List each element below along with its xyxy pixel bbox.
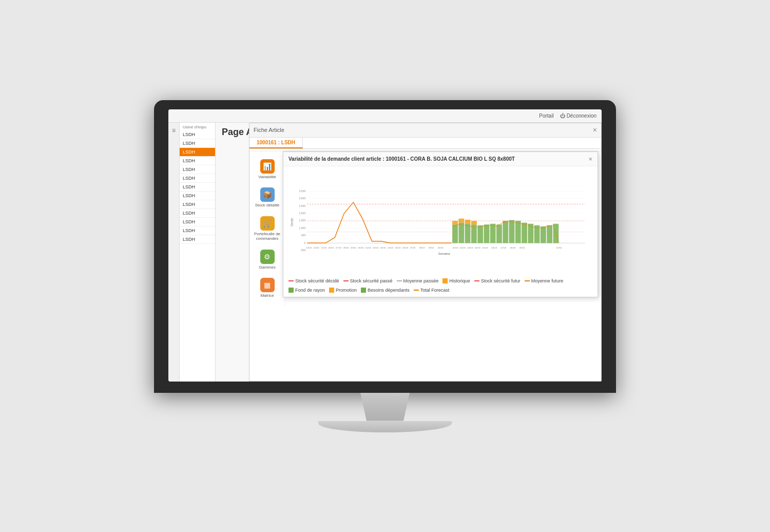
sidebar-section-title: Usine d'impo — [180, 123, 215, 130]
svg-rect-22 — [452, 224, 458, 243]
sidebar-item-6[interactable]: LSDH — [180, 183, 215, 192]
sidebar-item-0[interactable]: LSDH — [180, 130, 215, 139]
fiche-tab-main[interactable]: 1000161 : LSDH — [249, 138, 303, 148]
svg-text:29/18: 29/18 — [351, 246, 356, 249]
svg-text:Vente: Vente — [290, 218, 294, 226]
chart-svg: Vente — [288, 169, 592, 272]
svg-text:27/18: 27/18 — [336, 246, 341, 249]
legend-besoins-dependants: Besoins dépendants — [361, 288, 410, 293]
svg-text:28/18: 28/18 — [343, 246, 349, 249]
nav-stock-detaille[interactable]: 📦 Stock détaillé — [252, 184, 283, 211]
sidebar-item-12[interactable]: LSDH — [180, 235, 215, 244]
svg-rect-40 — [458, 218, 464, 222]
sidebar-item-8[interactable]: LSDH — [180, 200, 215, 209]
gammes-icon: ⚙ — [260, 250, 275, 264]
svg-rect-23 — [458, 222, 464, 243]
nav-portefeuille[interactable]: 🛒 Portefeuille de commandes — [252, 213, 283, 244]
legend-total-forecast: Total Forecast — [414, 288, 450, 293]
svg-text:47/18: 47/18 — [500, 246, 506, 249]
svg-text:37/18: 37/18 — [410, 246, 415, 249]
variabilite-label: Variabilité — [258, 175, 276, 180]
chart-modal-close-button[interactable]: × — [588, 155, 592, 163]
svg-text:31/18: 31/18 — [365, 246, 371, 249]
monitor-stand-base — [318, 421, 452, 432]
sidebar: Usine d'impo LSDH LSDH LSDH LSDH LSDH LS… — [180, 123, 216, 382]
svg-text:32/18: 32/18 — [373, 246, 378, 249]
svg-text:Semaine: Semaine — [438, 252, 450, 255]
fiche-article-panel: Fiche Article × 1000161 : LSDH 📊 Vari — [249, 123, 602, 382]
svg-text:40/18: 40/18 — [438, 246, 444, 249]
svg-text:2,000: 2,000 — [299, 212, 306, 215]
svg-text:49/18: 49/18 — [519, 246, 525, 249]
svg-text:-500: -500 — [300, 249, 305, 252]
svg-text:44/18: 44/18 — [475, 246, 480, 249]
fiche-window-title: Fiche Article — [254, 127, 284, 133]
sidebar-item-2[interactable]: LSDH — [180, 148, 215, 157]
svg-rect-33 — [522, 222, 527, 243]
fiche-tab-bar: 1000161 : LSDH — [249, 138, 601, 149]
logout-link[interactable]: ⏻ Déconnexion — [560, 113, 596, 119]
stock-detaille-label: Stock détaillé — [255, 203, 280, 208]
svg-rect-34 — [528, 223, 533, 243]
svg-text:26/18: 26/18 — [329, 246, 334, 249]
svg-rect-24 — [465, 223, 471, 243]
svg-text:36/18: 36/18 — [402, 246, 408, 249]
svg-text:1,000: 1,000 — [299, 226, 306, 229]
chart-modal: Variabilité de la demande client article… — [283, 151, 598, 297]
svg-text:35/18: 35/18 — [395, 246, 401, 249]
nav-gammes[interactable]: ⚙ Gammes — [252, 246, 283, 273]
svg-rect-37 — [547, 225, 552, 243]
chart-area: Vente — [283, 166, 598, 276]
svg-rect-36 — [541, 226, 546, 242]
legend-stock-securite-passe: Stock sécurité passé — [343, 278, 393, 283]
sidebar-icon-strip: ≡ — [168, 123, 180, 382]
svg-rect-42 — [471, 221, 477, 224]
svg-text:43/18: 43/18 — [467, 246, 473, 249]
svg-text:45/18: 45/18 — [482, 246, 488, 249]
svg-text:42/18: 42/18 — [460, 246, 466, 249]
svg-rect-30 — [503, 221, 508, 243]
nav-matrice[interactable]: ▦ Matrice — [252, 275, 283, 301]
svg-text:38/18: 38/18 — [419, 246, 425, 249]
svg-text:3,500: 3,500 — [299, 189, 306, 192]
matrice-label: Matrice — [260, 293, 274, 298]
portal-link[interactable]: Portail — [539, 113, 553, 119]
legend-stock-securite-decide: Stock sécurité décidé — [288, 278, 339, 283]
svg-text:30/18: 30/18 — [358, 246, 363, 249]
svg-rect-27 — [484, 224, 489, 243]
sidebar-item-5[interactable]: LSDH — [180, 174, 215, 183]
fiche-close-button[interactable]: × — [593, 126, 597, 134]
svg-text:48/18: 48/18 — [510, 246, 515, 249]
logout-icon: ⏻ — [560, 113, 565, 119]
svg-text:39/18: 39/18 — [429, 246, 434, 249]
nav-variabilite[interactable]: 📊 Variabilité — [252, 156, 283, 183]
monitor-stand-neck — [354, 393, 416, 421]
sidebar-item-1[interactable]: LSDH — [180, 139, 215, 148]
sidebar-item-11[interactable]: LSDH — [180, 226, 215, 235]
sidebar-item-4[interactable]: LSDH — [180, 165, 215, 174]
svg-text:500: 500 — [301, 234, 306, 237]
sidebar-item-9[interactable]: LSDH — [180, 209, 215, 218]
svg-text:25/18: 25/18 — [321, 246, 326, 249]
sidebar-item-7[interactable]: LSDH — [180, 192, 215, 200]
portefeuille-icon: 🛒 — [260, 216, 275, 231]
hamburger-icon[interactable]: ≡ — [172, 127, 176, 134]
svg-rect-28 — [490, 223, 496, 243]
svg-text:52/18: 52/18 — [556, 246, 562, 249]
matrice-icon: ▦ — [260, 278, 275, 292]
chart-modal-header: Variabilité de la demande client article… — [283, 152, 598, 166]
svg-text:41/18: 41/18 — [452, 246, 458, 249]
svg-rect-26 — [477, 225, 483, 243]
svg-text:23/18: 23/18 — [306, 246, 312, 249]
legend-stock-securite-futur: Stock sécurité futur — [474, 278, 521, 283]
variabilite-icon: 📊 — [260, 159, 275, 174]
sidebar-item-10[interactable]: LSDH — [180, 218, 215, 226]
gammes-label: Gammes — [259, 265, 275, 270]
top-bar: Portail ⏻ Déconnexion — [168, 109, 602, 123]
chart-legend: Stock sécurité décidé Stock sécurité pas… — [283, 276, 598, 297]
svg-text:24/18: 24/18 — [314, 246, 319, 249]
sidebar-item-3[interactable]: LSDH — [180, 157, 215, 165]
svg-text:3,000: 3,000 — [299, 197, 306, 200]
content-area: Page A Fiche Article × 1000161 : LSDH — [216, 123, 602, 382]
svg-rect-39 — [452, 221, 458, 224]
